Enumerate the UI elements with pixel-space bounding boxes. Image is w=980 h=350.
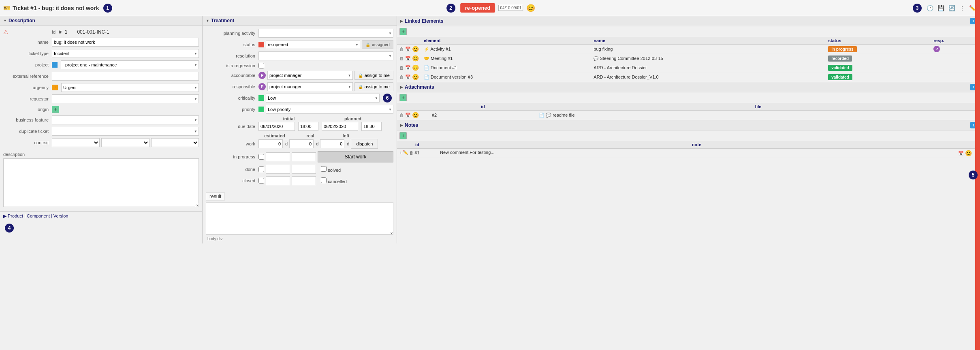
- solved-checkbox[interactable]: [321, 166, 327, 172]
- note-add-icon[interactable]: +: [399, 150, 402, 155]
- origin-label: origin: [3, 107, 52, 112]
- regression-checkbox[interactable]: [258, 63, 264, 68]
- planned-time-input[interactable]: [361, 122, 382, 131]
- attach-file-col: file: [536, 103, 980, 111]
- description-textarea[interactable]: [3, 158, 199, 207]
- attachments-add-row: +: [397, 92, 980, 103]
- linked-elements-header[interactable]: ▶ Linked Elements 1: [397, 16, 980, 26]
- ext-ref-input[interactable]: [52, 72, 199, 81]
- red-side-bar: [975, 16, 980, 243]
- planning-activity-label: planning activity: [206, 31, 258, 36]
- ticket-type-select[interactable]: Incident: [52, 49, 199, 58]
- notes-add-btn[interactable]: +: [399, 132, 407, 139]
- planning-activity-select[interactable]: [258, 29, 393, 38]
- criticality-row: criticality Low 6: [206, 94, 393, 102]
- linked-elements-table: element name status resp. 🗑 📅 😊: [397, 37, 980, 82]
- delete-icon-3[interactable]: 🗑: [399, 65, 404, 70]
- project-select[interactable]: _project one - maintenance: [61, 60, 199, 69]
- result-tab[interactable]: result: [206, 192, 225, 201]
- origin-field: +: [52, 106, 199, 113]
- note-edit-icon[interactable]: ✏️: [403, 150, 408, 155]
- in-progress-checkbox[interactable]: [258, 154, 264, 160]
- accountable-select[interactable]: project manager: [267, 71, 353, 80]
- biz-feature-select[interactable]: [52, 115, 199, 124]
- status-select[interactable]: re-opened: [266, 40, 360, 49]
- linked-resp-col: resp.: [931, 37, 980, 45]
- assign-icon-1: 🔒: [358, 73, 363, 78]
- delete-icon-4[interactable]: 🗑: [399, 75, 404, 79]
- work-estimated-input[interactable]: [258, 139, 283, 148]
- save-icon[interactable]: 💾: [937, 4, 945, 12]
- page-title: Ticket #1 - bug: it does not work: [13, 5, 99, 11]
- in-progress-label: in progress: [206, 154, 258, 159]
- clock-icon[interactable]: 🕐: [926, 4, 934, 12]
- left-col-header: left: [330, 133, 362, 138]
- product-nav[interactable]: ▶ Product | Component | Version: [0, 211, 202, 220]
- in-progress-input2[interactable]: [292, 152, 316, 161]
- cancelled-label: cancelled: [328, 179, 346, 184]
- initial-time-input[interactable]: [298, 122, 318, 131]
- delete-icon-2[interactable]: 🗑: [399, 56, 404, 61]
- context-select-3[interactable]: [151, 138, 199, 147]
- attach-delete-icon[interactable]: 🗑: [399, 113, 404, 117]
- notes-header[interactable]: ▶ Notes 1: [397, 120, 980, 130]
- context-select-2[interactable]: [101, 138, 149, 147]
- requestor-select[interactable]: [52, 94, 199, 103]
- linked-row1-element: ⚡ Activity #1: [421, 45, 591, 54]
- step-badge-2: 2: [446, 4, 455, 13]
- closed-input1[interactable]: [266, 176, 290, 185]
- id-label: id: [10, 30, 59, 34]
- context-select-1[interactable]: [52, 138, 100, 147]
- closed-checkbox[interactable]: [258, 178, 264, 184]
- responsible-select[interactable]: project manager: [267, 82, 353, 91]
- treatment-section-header[interactable]: ▼ Treatment: [203, 16, 397, 26]
- treatment-panel: ▼ Treatment planning activity status re-…: [203, 16, 397, 243]
- name-input[interactable]: [52, 38, 199, 47]
- urgency-select[interactable]: Urgent: [61, 83, 199, 92]
- attach-row1-file: 📄 💬 readme file: [536, 111, 980, 120]
- description-section-header[interactable]: ▼ Description: [0, 16, 202, 26]
- table-row: 🗑 📅 😊 📄 Document #1 ARD - Architecture D…: [397, 63, 980, 73]
- header-center: 2 re-opened 04/10 09/01 😊: [445, 3, 536, 13]
- responsible-assign-btn[interactable]: 🔒 assign to me: [354, 82, 393, 91]
- done-input1[interactable]: [266, 165, 290, 174]
- origin-row: origin +: [3, 106, 199, 113]
- priority-label: priority: [206, 107, 258, 112]
- closed-input2[interactable]: [292, 176, 316, 185]
- dup-ticket-select-wrapper: [52, 127, 199, 136]
- accountable-label: accountable: [206, 73, 258, 78]
- solved-field: solved: [321, 166, 341, 173]
- linked-collapse-triangle: ▶: [400, 19, 403, 23]
- doc-icon-2: 📄: [424, 75, 429, 79]
- accountable-select-wrapper: project manager: [267, 71, 353, 80]
- attachments-header[interactable]: ▶ Attachments 1: [397, 82, 980, 92]
- result-textarea[interactable]: [206, 202, 393, 235]
- in-progress-input1[interactable]: [266, 152, 290, 161]
- dup-ticket-select[interactable]: [52, 127, 199, 136]
- priority-select[interactable]: Low priority: [266, 105, 393, 114]
- attachments-add-btn[interactable]: +: [399, 94, 407, 101]
- work-left-input[interactable]: [320, 139, 344, 148]
- done-checkbox[interactable]: [258, 166, 264, 172]
- assign-icon-2: 🔒: [358, 85, 363, 89]
- ticket-type-label: ticket type: [3, 51, 52, 56]
- resolution-select[interactable]: [258, 51, 393, 60]
- refresh-icon[interactable]: 🔄: [948, 4, 956, 12]
- criticality-select[interactable]: Low: [266, 94, 380, 102]
- dispatch-button[interactable]: dispatch: [351, 139, 378, 149]
- attach-id-col: id: [429, 103, 536, 111]
- start-work-button[interactable]: Start work: [318, 151, 393, 162]
- linked-add-button[interactable]: +: [399, 28, 407, 35]
- delete-icon[interactable]: 🗑: [399, 47, 404, 51]
- initial-date-input[interactable]: [258, 122, 295, 131]
- planned-date-input[interactable]: [322, 122, 358, 131]
- accountable-assign-btn[interactable]: 🔒 assign to me: [354, 71, 393, 80]
- linked-row3-resp: [931, 63, 980, 73]
- work-real-input[interactable]: [289, 139, 314, 148]
- note-delete-icon[interactable]: 🗑: [409, 150, 414, 155]
- menu-icon[interactable]: ⋮: [959, 4, 966, 12]
- cancelled-checkbox[interactable]: [321, 177, 327, 183]
- origin-add-btn[interactable]: +: [52, 106, 59, 113]
- context-field: [52, 138, 199, 147]
- done-input2[interactable]: [292, 165, 316, 174]
